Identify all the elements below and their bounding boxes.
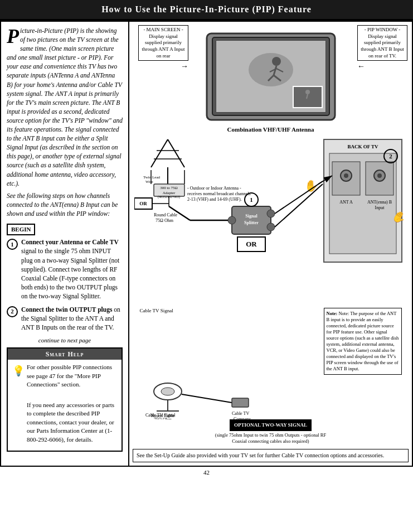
svg-point-5 xyxy=(272,57,281,66)
step-2-text: Connect the twin OUTPUT plugs on the Sig… xyxy=(21,305,123,332)
optional-desc: (single 75ohm Input to twin 75 ohm Outpu… xyxy=(215,432,327,444)
svg-text:75Ω Ohm: 75Ω Ohm xyxy=(154,417,172,419)
svg-text:Signal: Signal xyxy=(245,214,257,219)
step-1-circle: 1 xyxy=(7,239,18,250)
main-screen-label-box: - MAIN SCREEN - Display signal supplied … xyxy=(138,25,188,71)
page-number: 42 xyxy=(0,467,413,478)
svg-text:Wire: Wire xyxy=(145,180,153,184)
svg-line-73 xyxy=(182,394,232,403)
main-container: P icture-in-Picture (PIP) is the showing… xyxy=(0,21,413,467)
step-2-circle: 2 xyxy=(7,306,18,317)
cable-tv-row: Cable TV Signal xyxy=(140,308,319,315)
svg-text:Round Cable: Round Cable xyxy=(154,212,177,217)
svg-text:ANT(enna) B: ANT(enna) B xyxy=(367,200,391,205)
svg-point-4 xyxy=(249,53,293,86)
svg-text:Input: Input xyxy=(375,205,385,210)
step-1-item: 1 Connect your Antenna or Cable TV signa… xyxy=(7,238,123,301)
svg-text:75Ω Ohm: 75Ω Ohm xyxy=(156,218,174,223)
step-1-bold: Connect your Antenna or Cable TV xyxy=(21,239,119,245)
optional-content: Cable TV Signal Note: Note: The purpose … xyxy=(134,308,407,375)
smart-help-para1: For other possible PIP connections see p… xyxy=(27,363,117,389)
svg-point-12 xyxy=(305,90,310,94)
svg-text:Cable TV: Cable TV xyxy=(232,411,249,416)
bulb-icon: 💡 xyxy=(12,364,25,378)
smart-help-content: 💡 For other possible PIP connections see… xyxy=(12,363,117,447)
svg-line-43 xyxy=(168,139,184,167)
continue-text: continue to next page xyxy=(7,336,123,345)
svg-point-22 xyxy=(377,173,382,178)
optional-two-way-label: OPTIONAL TWO-WAY SIGNAL xyxy=(230,419,312,431)
svg-point-33 xyxy=(228,216,236,224)
intro-text: icture-in-Picture (PIP) is the showing o… xyxy=(7,27,123,187)
svg-line-42 xyxy=(151,139,168,167)
tv-screen-svg xyxy=(204,25,338,123)
page-header: How to Use the Picture-In-Picture (PIP) … xyxy=(0,0,413,21)
note-label: Note: xyxy=(327,311,339,316)
optional-section: Cable TV Signal Note: Note: The purpose … xyxy=(133,308,409,375)
main-screen-arrow: → xyxy=(138,62,188,71)
pip-window-label-box: - PIP WINDOW - Display signal supplied p… xyxy=(357,25,407,71)
optional-right: Note: Note: The purpose of the ANT B inp… xyxy=(324,308,402,375)
left-column: P icture-in-Picture (PIP) is the showing… xyxy=(1,22,129,466)
svg-text:ANT A: ANT A xyxy=(339,200,353,205)
svg-rect-74 xyxy=(232,398,249,407)
drop-cap-p: P xyxy=(7,28,19,45)
cable-tv-diagram: Cable TV Signal Round Cable 75Ω Ohm Cabl… xyxy=(134,375,407,419)
svg-text:OR: OR xyxy=(139,201,147,206)
smart-help-text: For other possible PIP connections see p… xyxy=(27,363,117,447)
svg-text:1: 1 xyxy=(250,196,253,203)
svg-point-69 xyxy=(161,388,174,395)
note-box: Note: Note: The purpose of the ANT B inp… xyxy=(324,308,402,375)
svg-text:OR: OR xyxy=(246,240,257,248)
back-of-tv-label: BACK OF TV xyxy=(347,144,378,149)
see-steps-text: See the following steps on how channels … xyxy=(7,191,123,218)
optional-left: Cable TV Signal xyxy=(140,308,319,375)
pip-window-label: - PIP WINDOW - Display signal supplied p… xyxy=(357,25,407,61)
svg-text:Splitter: Splitter xyxy=(244,220,259,225)
setup-guide-box: See the Set-Up Guide also provided with … xyxy=(133,449,409,462)
svg-text:- Outdoor or Indoor Antenna -: - Outdoor or Indoor Antenna - xyxy=(187,186,241,191)
smart-help-para2: If you need any accessories or parts to … xyxy=(27,401,117,444)
svg-text:Adapter: Adapter xyxy=(162,191,175,195)
svg-text:300 to 75Ω: 300 to 75Ω xyxy=(160,186,178,190)
step-2-bold: Connect the twin OUTPUT plugs xyxy=(21,306,112,313)
optional-label-section: OPTIONAL TWO-WAY SIGNAL (single 75ohm In… xyxy=(215,419,327,444)
vhf-uhf-label: Combination VHF/UHF Antenna xyxy=(133,126,409,133)
svg-point-35 xyxy=(267,223,275,231)
pip-window-arrow: ← xyxy=(357,62,407,71)
cable-tv-signal-label: Cable TV Signal xyxy=(140,308,173,315)
smart-help-box: Smart Help 💡 For other possible PIP conn… xyxy=(7,347,123,452)
svg-point-18 xyxy=(344,173,348,178)
smart-help-title: Smart Help xyxy=(8,349,122,360)
svg-line-40 xyxy=(275,181,323,214)
step-1-normal: signal to the single 75 ohm INPUT plug o… xyxy=(21,248,119,299)
intro-paragraph: P icture-in-Picture (PIP) is the showing… xyxy=(7,26,123,188)
svg-text:receives normal broadcast chan: receives normal broadcast channels xyxy=(187,191,251,196)
right-column: - MAIN SCREEN - Display signal supplied … xyxy=(129,22,412,466)
svg-point-34 xyxy=(267,210,275,217)
step-1-text: Connect your Antenna or Cable TV signal … xyxy=(21,238,123,301)
step-2-item: 2 Connect the twin OUTPUT plugs on the S… xyxy=(7,305,123,332)
begin-box: BEGIN xyxy=(7,224,35,235)
svg-text:2-13 (VHF) and 14-69 (UHF).: 2-13 (VHF) and 14-69 (UHF). xyxy=(187,197,242,202)
svg-line-41 xyxy=(275,184,323,227)
svg-text:2: 2 xyxy=(389,153,392,159)
connections-diagram-svg: BACK OF TV ANT A ANT(enna) B Input 2 ✋ ✋ xyxy=(134,134,407,307)
main-screen-label: - MAIN SCREEN - Display signal supplied … xyxy=(138,25,188,61)
tv-diagram-row: - MAIN SCREEN - Display signal supplied … xyxy=(133,25,409,123)
header-title: How to Use the Picture-In-Picture (PIP) … xyxy=(101,4,312,14)
svg-text:Twin Lead: Twin Lead xyxy=(143,175,161,180)
svg-rect-11 xyxy=(293,86,322,108)
